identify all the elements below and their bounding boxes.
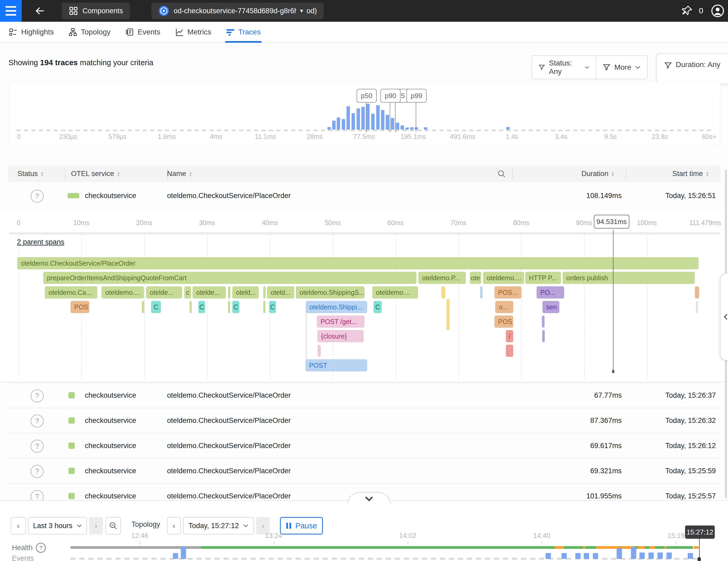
- side-panel-handle[interactable]: [720, 273, 728, 361]
- percentile-marker[interactable]: p50: [357, 89, 377, 103]
- trace-span[interactable]: otelde...: [146, 286, 182, 299]
- histogram-bar: [357, 108, 360, 130]
- event-bar[interactable]: [648, 553, 654, 559]
- histogram-tick-label: 0: [17, 133, 21, 141]
- event-bar[interactable]: [173, 553, 178, 559]
- zoom-out-button[interactable]: [106, 517, 121, 534]
- column-otel-service[interactable]: OTEL service▲▼: [71, 170, 120, 178]
- trace-span[interactable]: POS...: [494, 286, 521, 299]
- components-breadcrumb-button[interactable]: Components: [62, 3, 130, 19]
- more-filter-button[interactable]: More: [596, 56, 647, 79]
- trace-span[interactable]: c: [184, 286, 191, 299]
- column-name[interactable]: Name▲▼: [167, 170, 192, 178]
- event-bar[interactable]: [666, 553, 672, 559]
- trace-span[interactable]: [542, 315, 545, 328]
- trace-span[interactable]: oteld...: [232, 286, 259, 299]
- help-icon[interactable]: ?: [36, 543, 46, 553]
- trace-span[interactable]: oteldemo.Ca...: [45, 286, 97, 299]
- expand-rows-button[interactable]: [347, 492, 391, 505]
- topology-view-label[interactable]: Topology: [131, 520, 160, 529]
- trace-span[interactable]: HTTP P...: [525, 272, 561, 284]
- timeline-cursor-dot[interactable]: [698, 557, 701, 561]
- time-range-dropdown[interactable]: Last 3 hours: [28, 517, 87, 534]
- trace-span[interactable]: [696, 301, 698, 313]
- trace-span[interactable]: [263, 301, 265, 313]
- trace-span[interactable]: [542, 330, 545, 342]
- back-button[interactable]: [34, 5, 46, 16]
- trace-span[interactable]: [228, 286, 230, 299]
- search-button[interactable]: [497, 170, 506, 178]
- event-bar[interactable]: [562, 553, 567, 559]
- range-forward-button[interactable]: ›: [89, 517, 103, 534]
- column-duration[interactable]: Duration▲▼: [581, 170, 615, 178]
- percentile-marker[interactable]: p90: [380, 89, 401, 103]
- event-bar[interactable]: [584, 553, 589, 559]
- trace-span[interactable]: C: [151, 301, 161, 313]
- parent-spans-link[interactable]: 2 parent spans: [17, 238, 64, 246]
- trace-span[interactable]: C: [374, 301, 382, 313]
- pin-icon[interactable]: [681, 5, 693, 16]
- trace-span[interactable]: [695, 286, 699, 299]
- tab-highlights[interactable]: Highlights: [9, 21, 54, 43]
- trace-span[interactable]: oteldemo....: [102, 286, 144, 299]
- percentile-line: [390, 102, 390, 132]
- trace-span[interactable]: [263, 286, 266, 299]
- start-time-cell: Today, 15:26:32: [636, 417, 716, 425]
- trace-span[interactable]: oteldemo....: [483, 272, 524, 284]
- tab-topology[interactable]: Topology: [69, 21, 111, 43]
- trace-span[interactable]: orders publish: [563, 272, 695, 284]
- trace-span[interactable]: [480, 286, 483, 299]
- trace-span[interactable]: C: [232, 301, 239, 313]
- event-bar[interactable]: [575, 553, 581, 559]
- time-back-button[interactable]: ‹: [167, 517, 181, 534]
- trace-span[interactable]: [190, 301, 192, 313]
- trace-span[interactable]: o...: [495, 301, 513, 313]
- event-bar[interactable]: [181, 547, 186, 559]
- trace-span[interactable]: otelde...: [192, 286, 226, 299]
- trace-span[interactable]: POS: [71, 301, 89, 313]
- trace-span[interactable]: oteldemo.CheckoutService/PlaceOrder: [17, 257, 699, 269]
- tab-metrics[interactable]: Metrics: [175, 21, 211, 43]
- trace-span[interactable]: {closure}: [317, 330, 364, 342]
- duration-filter-panel[interactable]: Duration: Any: [656, 54, 728, 84]
- trace-span[interactable]: [228, 301, 230, 313]
- event-bar[interactable]: [593, 553, 598, 559]
- timestamp-dropdown[interactable]: Today, 15:27:12: [183, 517, 254, 534]
- trace-span[interactable]: C: [269, 301, 276, 313]
- trace-span[interactable]: PO...: [537, 286, 564, 299]
- trace-span[interactable]: [506, 345, 513, 357]
- event-bar[interactable]: [546, 553, 551, 559]
- trace-span[interactable]: oteld...: [267, 286, 294, 299]
- trace-span[interactable]: oteldemo....: [372, 286, 418, 299]
- event-bar[interactable]: [631, 547, 636, 559]
- user-avatar[interactable]: [711, 4, 724, 17]
- trace-span[interactable]: [142, 301, 144, 313]
- trace-span[interactable]: C: [198, 301, 205, 313]
- trace-span[interactable]: sen: [542, 301, 559, 313]
- trace-span[interactable]: ote: [470, 272, 481, 284]
- range-back-button[interactable]: ‹: [11, 517, 26, 534]
- column-start-time[interactable]: Start time▲▼: [672, 170, 709, 178]
- status-filter-button[interactable]: Status: Any: [532, 56, 596, 79]
- event-bar[interactable]: [617, 548, 622, 559]
- event-bar[interactable]: [639, 553, 645, 559]
- event-bar[interactable]: [688, 553, 693, 559]
- trace-span[interactable]: prepareOrderItemsAndShippingQuoteFromCar…: [43, 272, 416, 284]
- trace-span[interactable]: [441, 286, 445, 299]
- trace-span[interactable]: oteldemo.Shippi...: [306, 301, 367, 313]
- column-status[interactable]: Status▲▼: [17, 170, 44, 178]
- tab-traces[interactable]: Traces: [226, 21, 261, 43]
- entity-dropdown-button[interactable]: ▾: [296, 3, 307, 19]
- tab-events[interactable]: Events: [125, 21, 160, 43]
- hamburger-menu-button[interactable]: [0, 0, 22, 22]
- event-bar[interactable]: [657, 553, 663, 559]
- percentile-marker[interactable]: p99: [406, 89, 427, 103]
- trace-span[interactable]: [318, 345, 321, 357]
- trace-span[interactable]: POST /get...: [317, 315, 365, 328]
- trace-span[interactable]: oteldemo.ShippingS...: [296, 286, 365, 299]
- trace-span[interactable]: POST: [305, 359, 367, 371]
- trace-span[interactable]: oteldemo.P...: [418, 272, 466, 284]
- pause-button[interactable]: Pause: [280, 517, 323, 534]
- trace-span[interactable]: POS: [494, 315, 513, 328]
- trace-span[interactable]: /: [506, 330, 513, 342]
